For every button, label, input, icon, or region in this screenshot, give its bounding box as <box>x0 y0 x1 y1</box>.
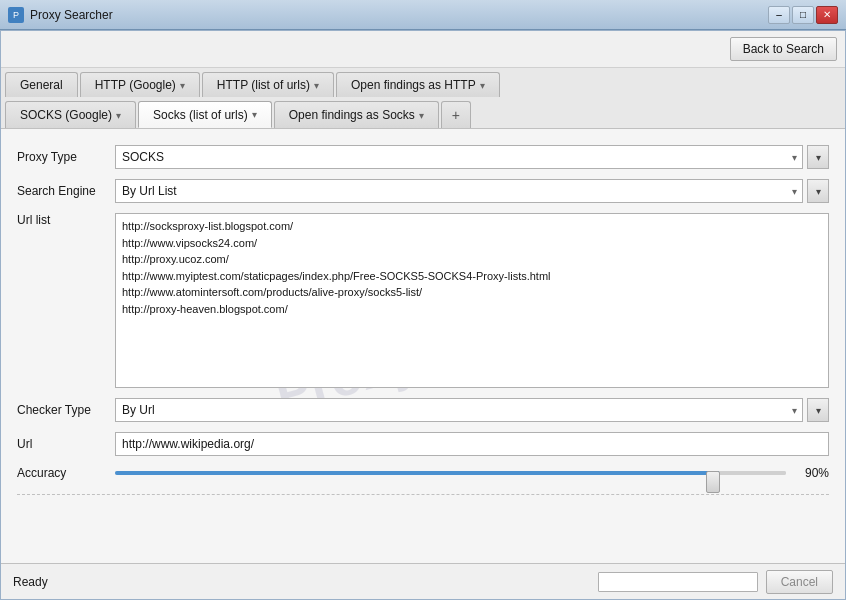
tab-socks-list[interactable]: Socks (list of urls) ▾ <box>138 101 272 128</box>
chevron-icon: ▾ <box>480 80 485 91</box>
search-engine-row: Search Engine By Url List Google ▾ ▾ <box>17 179 829 203</box>
url-list-control: http://socksproxy-list.blogspot.com/ htt… <box>115 213 829 388</box>
checker-type-row: Checker Type By Url Custom ▾ ▾ <box>17 398 829 422</box>
statusbar: Ready Cancel <box>1 563 845 599</box>
tab-socks-google-label: SOCKS (Google) <box>20 108 112 122</box>
status-progress-bar <box>598 572 758 592</box>
main-window: Back to Search General HTTP (Google) ▾ H… <box>0 30 846 600</box>
tab-http-google[interactable]: HTTP (Google) ▾ <box>80 72 200 97</box>
url-list-textarea[interactable]: http://socksproxy-list.blogspot.com/ htt… <box>115 213 829 388</box>
accuracy-label: Accuracy <box>17 466 107 480</box>
proxy-type-label: Proxy Type <box>17 150 107 164</box>
minimize-button[interactable]: – <box>768 6 790 24</box>
content-area: Proxy Searcher Proxy Type SOCKS HTTP ▾ ▾… <box>1 129 845 563</box>
tab-open-http-label: Open findings as HTTP <box>351 78 476 92</box>
tabs-container: General HTTP (Google) ▾ HTTP (list of ur… <box>1 68 845 129</box>
top-toolbar: Back to Search <box>1 31 845 68</box>
status-text: Ready <box>13 575 590 589</box>
search-engine-select[interactable]: By Url List Google <box>115 179 803 203</box>
proxy-type-select-wrap: SOCKS HTTP ▾ <box>115 145 803 169</box>
search-engine-label: Search Engine <box>17 184 107 198</box>
url-list-label: Url list <box>17 213 107 227</box>
tab-add-button[interactable]: + <box>441 101 471 128</box>
chevron-icon: ▾ <box>116 110 121 121</box>
checker-type-select-wrap: By Url Custom ▾ <box>115 398 803 422</box>
titlebar: P Proxy Searcher – □ ✕ <box>0 0 846 30</box>
tab-http-list[interactable]: HTTP (list of urls) ▾ <box>202 72 334 97</box>
url-row: Url <box>17 432 829 456</box>
chevron-icon: ▾ <box>419 110 424 121</box>
tab-general-label: General <box>20 78 63 92</box>
chevron-icon: ▾ <box>180 80 185 91</box>
checker-type-label: Checker Type <box>17 403 107 417</box>
maximize-button[interactable]: □ <box>792 6 814 24</box>
tab-http-list-label: HTTP (list of urls) <box>217 78 310 92</box>
search-engine-control: By Url List Google ▾ ▾ <box>115 179 829 203</box>
window-title: Proxy Searcher <box>30 8 768 22</box>
tabs-row-2: SOCKS (Google) ▾ Socks (list of urls) ▾ … <box>1 97 845 128</box>
accuracy-value: 90% <box>794 466 829 480</box>
url-list-row: Url list http://socksproxy-list.blogspot… <box>17 213 829 388</box>
search-engine-select-wrap: By Url List Google ▾ <box>115 179 803 203</box>
accuracy-slider[interactable] <box>115 471 786 475</box>
proxy-type-control: SOCKS HTTP ▾ ▾ <box>115 145 829 169</box>
url-label: Url <box>17 437 107 451</box>
checker-type-dropdown-btn[interactable]: ▾ <box>807 398 829 422</box>
app-icon-letter: P <box>13 10 19 20</box>
close-button[interactable]: ✕ <box>816 6 838 24</box>
checker-type-control: By Url Custom ▾ ▾ <box>115 398 829 422</box>
window-controls: – □ ✕ <box>768 6 838 24</box>
tab-open-socks[interactable]: Open findings as Socks ▾ <box>274 101 439 128</box>
back-to-search-button[interactable]: Back to Search <box>730 37 837 61</box>
url-input[interactable] <box>115 432 829 456</box>
checker-type-select[interactable]: By Url Custom <box>115 398 803 422</box>
tab-open-socks-label: Open findings as Socks <box>289 108 415 122</box>
tab-socks-list-label: Socks (list of urls) <box>153 108 248 122</box>
accuracy-row: Accuracy 90% <box>17 466 829 480</box>
tab-socks-google[interactable]: SOCKS (Google) ▾ <box>5 101 136 128</box>
accuracy-control: 90% <box>115 466 829 480</box>
url-control <box>115 432 829 456</box>
divider <box>17 494 829 495</box>
tab-http-google-label: HTTP (Google) <box>95 78 176 92</box>
tab-general[interactable]: General <box>5 72 78 97</box>
tabs-row-1: General HTTP (Google) ▾ HTTP (list of ur… <box>1 68 845 97</box>
proxy-type-select[interactable]: SOCKS HTTP <box>115 145 803 169</box>
proxy-type-row: Proxy Type SOCKS HTTP ▾ ▾ <box>17 145 829 169</box>
cancel-button[interactable]: Cancel <box>766 570 833 594</box>
app-icon: P <box>8 7 24 23</box>
proxy-type-dropdown-btn[interactable]: ▾ <box>807 145 829 169</box>
chevron-icon: ▾ <box>314 80 319 91</box>
tab-open-http[interactable]: Open findings as HTTP ▾ <box>336 72 500 97</box>
search-engine-dropdown-btn[interactable]: ▾ <box>807 179 829 203</box>
chevron-icon: ▾ <box>252 109 257 120</box>
